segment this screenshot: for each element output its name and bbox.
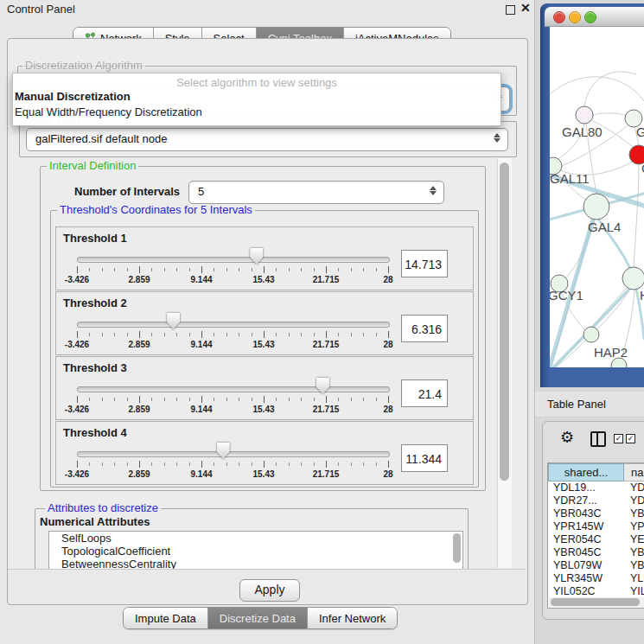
scrollbar-thumb[interactable]	[500, 163, 509, 481]
float-window-icon[interactable]	[506, 5, 515, 15]
tick-mark	[388, 266, 389, 273]
network-node[interactable]	[583, 194, 609, 220]
dropdown-option-equal-width[interactable]: Equal Width/Frequency Discretization	[15, 105, 497, 120]
slider-track[interactable]	[77, 386, 390, 392]
tick-mark	[164, 398, 165, 401]
table-panel-title: Table Panel	[547, 398, 606, 411]
dropdown-option-manual[interactable]: Manual Discretization	[15, 90, 497, 105]
table-horizontal-scrollbar[interactable]	[549, 597, 644, 607]
tick-label: -3.426	[51, 275, 103, 284]
tick-mark	[226, 462, 227, 466]
zoom-traffic-light[interactable]	[584, 11, 596, 23]
column-header-shared-name[interactable]: shared...	[548, 463, 624, 481]
slider-track[interactable]	[77, 322, 390, 328]
tick-mark	[102, 398, 103, 401]
settings-vertical-scrollbar[interactable]	[497, 158, 512, 568]
tick-mark	[151, 462, 152, 466]
dropdown-header: Select algorithm to view settings	[13, 76, 501, 89]
cell-name: YPR1	[630, 520, 644, 533]
tab-infer-network[interactable]: Infer Network	[308, 608, 397, 628]
table-row[interactable]: YPR145WYPR1	[548, 520, 644, 533]
tick-mark	[139, 396, 140, 403]
threshold-label: Threshold 4	[63, 426, 127, 439]
tick-mark	[252, 462, 252, 466]
threshold-3-panel: Threshold 3 -3.4262.8599.14415.4321.7152…	[55, 356, 474, 420]
attribute-list-item[interactable]: SelfLoops	[49, 532, 462, 545]
tick-label: 2.859	[113, 405, 165, 414]
table-row[interactable]: YDL19...YDL1	[548, 481, 644, 494]
list-scrollbar-thumb[interactable]	[453, 533, 461, 563]
split-columns-icon[interactable]	[590, 431, 606, 447]
table-row[interactable]: YBR045CYBR0	[548, 546, 644, 559]
close-icon[interactable]: ✕	[520, 1, 531, 15]
attribute-list-item[interactable]: TopologicalCoefficient	[49, 545, 462, 558]
threshold-label: Threshold 3	[63, 361, 127, 374]
network-node[interactable]	[576, 106, 593, 124]
tick-mark	[351, 268, 352, 271]
tick-mark	[176, 333, 177, 336]
tick-label: 15.43	[238, 469, 290, 479]
minimize-traffic-light[interactable]	[569, 11, 581, 23]
table-row[interactable]: YBR043CYBR0	[548, 507, 644, 520]
tick-mark	[351, 333, 352, 336]
slider-knob[interactable]	[217, 443, 230, 459]
tick-mark	[139, 331, 140, 338]
tick-mark	[226, 398, 227, 401]
cell-shared-name: YBL079W	[553, 559, 602, 572]
threshold-value-field[interactable]: 21.4	[401, 379, 448, 407]
slider-track[interactable]	[77, 451, 390, 457]
tick-mark	[314, 333, 315, 336]
tick-label: 2.859	[113, 469, 165, 479]
checkbox-checked-icon[interactable]: ✓	[626, 434, 635, 443]
table-row[interactable]: YIL052CYIL0	[548, 585, 644, 598]
thresholds-group-label: Threshold's Coordinates for 5 Intervals	[57, 204, 255, 216]
tick-mark	[89, 333, 90, 336]
table-row[interactable]: YLR345WYLR3	[548, 572, 644, 585]
network-node[interactable]	[583, 327, 599, 342]
tab-discretize-data[interactable]: Discretize Data	[208, 608, 308, 628]
threshold-label: Threshold 2	[63, 296, 127, 309]
table-data-combobox[interactable]: galFiltered.sif default node	[26, 128, 508, 151]
tick-mark	[89, 462, 90, 466]
slider-track[interactable]	[77, 257, 390, 263]
threshold-value-field[interactable]: 11.344	[401, 444, 448, 472]
tick-mark	[351, 398, 352, 401]
table-row[interactable]: YER054CYER0	[548, 533, 644, 546]
tick-mark	[214, 333, 214, 336]
tick-mark	[314, 398, 315, 401]
network-canvas[interactable]: GAL80GCGAL11GAL4GCY1HHAP2	[550, 27, 644, 367]
table-row[interactable]: YDR27...YDR2	[548, 494, 644, 507]
column-header-name[interactable]: na	[624, 463, 644, 481]
gear-icon[interactable]: ⚙	[560, 430, 574, 445]
slider-knob[interactable]	[167, 313, 180, 329]
cell-name: YER0	[630, 533, 644, 546]
number-of-intervals-combobox[interactable]: 5	[188, 181, 444, 204]
tick-mark	[376, 398, 377, 401]
checkbox-checked-icon[interactable]: ✓	[614, 434, 623, 443]
tick-mark	[388, 331, 389, 338]
tick-mark	[276, 462, 277, 466]
tick-mark	[114, 398, 115, 401]
tick-mark	[326, 331, 327, 338]
scrollbar-thumb[interactable]	[551, 598, 640, 606]
tick-label: 15.43	[238, 340, 290, 349]
discretization-algorithm-label: Discretization Algorithm	[22, 60, 145, 72]
tab-impute-data[interactable]: Impute Data	[124, 608, 208, 628]
close-traffic-light[interactable]	[553, 11, 565, 23]
tick-mark	[201, 331, 202, 338]
network-node[interactable]	[622, 267, 644, 290]
cell-name: YLR3	[630, 572, 644, 585]
tick-mark	[151, 398, 152, 401]
tick-mark	[102, 268, 103, 271]
numerical-attributes-list[interactable]: SelfLoopsTopologicalCoefficientBetweenne…	[48, 531, 463, 572]
slider-knob[interactable]	[316, 378, 329, 394]
threshold-2-panel: Threshold 2 -3.4262.8599.14415.4321.7152…	[55, 291, 474, 355]
table-row[interactable]: YBL079WYBL0	[548, 559, 644, 572]
threshold-value-field[interactable]: 14.713	[401, 250, 448, 277]
threshold-value-field[interactable]: 6.316	[401, 315, 448, 342]
slider-knob[interactable]	[250, 248, 263, 265]
network-node-label: GAL11	[550, 171, 590, 186]
tick-mark	[376, 333, 377, 336]
apply-button[interactable]: Apply	[239, 579, 300, 602]
tick-mark	[139, 461, 140, 468]
